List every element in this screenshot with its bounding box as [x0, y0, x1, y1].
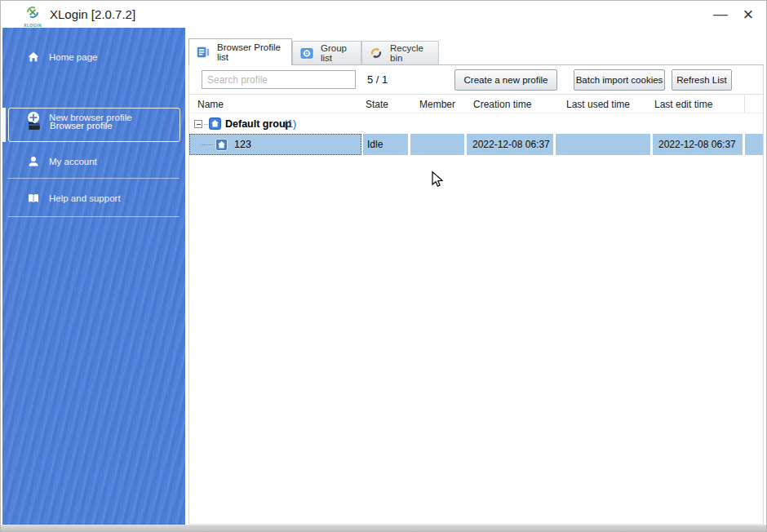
column-header-last-edit[interactable]: Last edit time [654, 95, 712, 113]
state-cell[interactable]: Idle [363, 134, 408, 155]
create-new-profile-button[interactable]: Create a new profile [454, 69, 557, 91]
profile-name-cell[interactable]: 123 [189, 134, 361, 155]
member-cell[interactable] [410, 134, 464, 155]
group-count: (1) [284, 115, 296, 133]
tab-panel: 5 / 1 Create a new profile Batch import … [188, 64, 764, 525]
button-label: Batch import cookies [576, 75, 663, 85]
window-bottom-edge [1, 525, 766, 531]
tab-recycle-bin[interactable]: Recycle bin [361, 41, 439, 64]
profile-list-icon [197, 46, 210, 59]
button-label: Create a new profile [464, 75, 548, 85]
profile-home-icon [215, 139, 228, 151]
sidebar-item-label: Browser profile [50, 109, 113, 143]
tree-branch-line [204, 124, 208, 125]
column-header-name[interactable]: Name [197, 95, 224, 113]
tab-browser-profile-list[interactable]: Browser Profile list [188, 38, 292, 65]
profile-row[interactable]: 123 Idle 2022-12-08 06:37 2022-12-08 06:… [189, 134, 763, 155]
sidebar-item-help-and-support[interactable]: Help and support [2, 189, 185, 207]
group-folder-icon [300, 47, 313, 60]
minimize-icon: — [713, 6, 728, 23]
recycle-icon [370, 47, 383, 60]
column-header-state[interactable]: State [366, 95, 388, 113]
book-icon [27, 192, 40, 205]
column-header-member[interactable]: Member [419, 95, 455, 113]
main-area: Browser Profile list Group list Recycle … [188, 28, 765, 525]
mouse-cursor-icon [429, 171, 446, 188]
state-value: Idle [363, 134, 408, 155]
row-end-cell[interactable] [745, 134, 763, 155]
table-header: Name State Member Creation time Last use… [189, 95, 763, 113]
collapse-expander-icon[interactable] [194, 120, 202, 128]
window-title: XLogin [2.0.7.2] [50, 1, 135, 28]
column-separator [744, 95, 745, 113]
column-header-creation[interactable]: Creation time [473, 95, 531, 113]
app-logo-icon: XLOGIN [20, 4, 45, 26]
creation-time-value: 2022-12-08 06:37 [467, 134, 553, 155]
sidebar-item-label: Help and support [49, 189, 121, 207]
last-used-time-cell[interactable] [556, 134, 650, 155]
app-window: XLOGIN XLogin [2.0.7.2] — × Home page Ne… [0, 0, 767, 532]
sidebar: Home page New browser profile Browser pr… [2, 28, 185, 525]
selected-item-accent [2, 108, 6, 142]
folder-icon [28, 119, 41, 132]
profile-name: 123 [234, 135, 251, 154]
search-input[interactable] [202, 70, 356, 89]
column-header-last-used[interactable]: Last used time [566, 95, 630, 113]
tree-branch-line [201, 144, 213, 145]
close-button[interactable]: × [735, 2, 761, 26]
refresh-list-button[interactable]: Refresh List [672, 69, 732, 91]
batch-import-cookies-button[interactable]: Batch import cookies [574, 69, 665, 91]
profile-count: 5 / 1 [367, 65, 388, 95]
sidebar-item-label: Home page [49, 48, 97, 66]
toolbar: 5 / 1 Create a new profile Batch import … [189, 65, 763, 95]
tab-group-list[interactable]: Group list [292, 41, 361, 64]
close-icon: × [743, 4, 754, 25]
home-icon [27, 51, 40, 64]
sidebar-item-label: My account [49, 153, 97, 171]
button-label: Refresh List [676, 75, 726, 85]
last-edit-time-cell[interactable]: 2022-12-08 06:37 [653, 134, 743, 155]
creation-time-cell[interactable]: 2022-12-08 06:37 [467, 134, 553, 155]
group-home-icon [209, 117, 221, 130]
tab-label: Group list [321, 43, 361, 63]
minimize-button[interactable]: — [707, 2, 734, 26]
sidebar-divider [8, 216, 180, 217]
tab-label: Browser Profile list [217, 42, 291, 62]
sidebar-item-browser-profile[interactable]: Browser profile [8, 108, 180, 142]
sidebar-item-home-page[interactable]: Home page [2, 48, 185, 66]
user-icon [27, 155, 40, 168]
group-row[interactable]: Default group (1) [189, 115, 763, 133]
sidebar-divider [8, 178, 180, 179]
titlebar: XLOGIN XLogin [2.0.7.2] — × [1, 1, 766, 28]
group-name: Default group [225, 115, 291, 133]
last-edit-time-value: 2022-12-08 06:37 [653, 134, 743, 155]
sidebar-item-my-account[interactable]: My account [2, 153, 185, 171]
tab-label: Recycle bin [390, 43, 438, 63]
